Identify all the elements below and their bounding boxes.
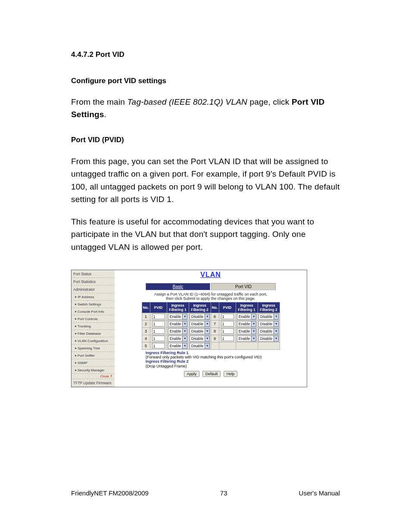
intro-text-2: page, click [247,97,292,106]
sidebar-item-label: Port Sniffer [78,354,95,358]
cell-no: 5 [142,342,150,349]
sidebar-item-administrator[interactable]: Administrator [72,286,115,293]
sidebar-item-label: Port Controls [78,317,98,321]
table-row: 2 Enable▼ Disable▼ 7 Enable▼ Disable▼ [142,320,280,327]
cell-no: 6 [211,313,219,320]
table-row: 1 Enable▼ Disable▼ 6 Enable▼ Disable▼ [142,313,280,320]
select-value: Enable [237,321,251,327]
select-value: Enable [168,321,182,327]
if2-select[interactable]: Disable▼ [190,321,210,327]
default-button[interactable]: Default [202,371,221,377]
sub-heading-configure: Configure port VID settings [71,77,340,85]
pvid-input[interactable] [221,336,234,341]
sidebar-item-label: Security Manager [78,368,105,372]
sidebar-item-filter-database[interactable]: Filter Database [72,330,115,337]
page-footer: FriendlyNET FM2008/2009 73 User's Manual [71,489,340,497]
pvid-table: No. PVID Ingress Filtering 1 Ingress Fil… [142,302,280,350]
bullet-icon [75,333,76,334]
if2-select[interactable]: Disable▼ [190,343,210,349]
rule1-desc: (Forward only packets with VID matching … [146,355,262,359]
sidebar-item-label: Console Port Info [78,310,104,314]
pvid-input[interactable] [152,336,165,341]
col-pvid: PVID [150,302,167,313]
if2-select[interactable]: Disable▼ [190,314,210,320]
chevron-down-icon: ▼ [274,328,279,334]
if1-select[interactable]: Enable▼ [237,336,256,342]
sidebar-item-port-status[interactable]: Port Status [72,270,115,278]
if2-select[interactable]: Disable▼ [258,328,279,334]
tab-bar: Basic Port VID [146,283,276,290]
help-button[interactable]: Help [224,371,238,377]
sidebar-item-security-manager[interactable]: Security Manager [72,367,115,374]
if1-select[interactable]: Enable▼ [168,321,187,327]
if2-select[interactable]: Disable▼ [258,321,279,327]
close-label: Close [100,374,109,378]
sidebar-item-port-controls[interactable]: Port Controls [72,315,115,323]
footer-left: FriendlyNET FM2008/2009 [71,489,149,497]
if2-select[interactable]: Disable▼ [258,336,279,342]
select-value: Disable [190,314,205,320]
sidebar-item-vlan-config[interactable]: VLAN Configuration [72,337,115,345]
chevron-down-icon: ▼ [274,314,279,320]
if1-select[interactable]: Enable▼ [237,314,256,320]
cell-no: 4 [142,335,150,342]
screenshot-panel: Port Status Port Statistics Administrato… [71,270,307,387]
tab-basic[interactable]: Basic [146,283,210,290]
pvid-input[interactable] [152,328,165,334]
sidebar-item-label: Filter Database [78,332,101,336]
if1-select[interactable]: Enable▼ [168,314,187,320]
chevron-down-icon: ▼ [251,314,256,320]
chevron-down-icon: ▼ [205,321,210,327]
sidebar-item-switch-settings[interactable]: Switch Settings [72,301,115,308]
pvid-input[interactable] [221,314,234,319]
bullet-icon [75,304,76,305]
pvid-input[interactable] [152,321,165,327]
if2-select[interactable]: Disable▼ [190,328,210,334]
cell-no: 8 [211,327,219,335]
cell-empty [258,342,280,349]
select-value: Enable [168,343,182,349]
if2-select[interactable]: Disable▼ [190,336,210,342]
rules-block: Ingress Filtering Rule 1 (Forward only p… [146,351,305,368]
if1-select[interactable]: Enable▼ [168,336,187,342]
pvid-input[interactable] [152,343,165,348]
intro-text-1: From the main [71,97,128,106]
pvid-input[interactable] [152,314,165,319]
sidebar-item-snmp[interactable]: SNMP [72,359,115,367]
if1-select[interactable]: Enable▼ [168,343,187,349]
if1-select[interactable]: Enable▼ [237,328,256,334]
table-row: 3 Enable▼ Disable▼ 8 Enable▼ Disable▼ [142,327,280,335]
if1-select[interactable]: Enable▼ [237,321,256,327]
cell-no: 1 [142,313,150,320]
sidebar-item-backup[interactable]: Configuration Backup [72,387,115,387]
sidebar-item-ip-address[interactable]: IP Address [72,293,115,301]
sidebar-close[interactable]: Close ⇑ [72,374,115,379]
sidebar-item-trunking[interactable]: Trunking [72,323,115,330]
chevron-down-icon: ▼ [182,321,187,327]
sidebar-item-label: Spanning Tree [78,346,100,350]
sidebar-item-spanning-tree[interactable]: Spanning Tree [72,345,115,352]
pvid-input[interactable] [221,328,234,334]
chevron-down-icon: ▼ [205,343,210,349]
chevron-down-icon: ▼ [274,336,279,342]
select-value: Enable [237,314,251,320]
bullet-icon [75,355,76,356]
if2-select[interactable]: Disable▼ [258,314,279,320]
sidebar-item-tftp[interactable]: TFTP Update Firmware [72,379,115,387]
sidebar-item-label: IP Address [78,295,94,299]
if1-select[interactable]: Enable▼ [168,328,187,334]
apply-button[interactable]: Apply [184,371,200,377]
bullet-icon [75,326,76,327]
sidebar-item-label: SNMP [78,361,87,365]
sidebar-item-port-statistics[interactable]: Port Statistics [72,278,115,286]
bullet-icon [75,362,76,364]
col-if1: Ingress Filtering 1 [167,302,189,313]
tab-port-vid[interactable]: Port VID [211,283,276,290]
sidebar-item-port-sniffer[interactable]: Port Sniffer [72,352,115,359]
chevron-down-icon: ▼ [182,343,187,349]
sidebar-item-console-port[interactable]: Console Port Info [72,308,115,315]
collapse-icon: ⇑ [110,374,113,378]
pvid-input[interactable] [221,321,234,327]
chevron-down-icon: ▼ [205,336,210,342]
col-if2: Ingress Filtering 2 [189,302,211,313]
